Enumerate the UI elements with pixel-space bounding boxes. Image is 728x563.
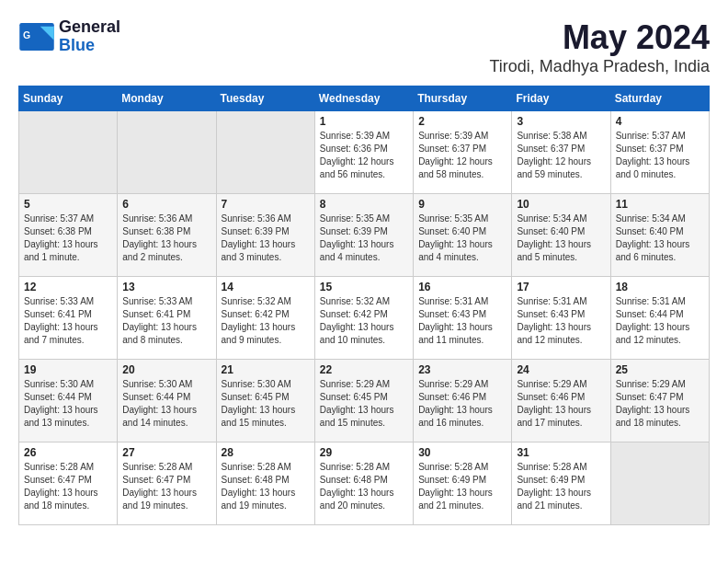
calendar-cell (216, 111, 314, 194)
day-number: 25 (616, 363, 704, 376)
day-number: 30 (418, 446, 506, 459)
calendar-cell: 10Sunrise: 5:34 AMSunset: 6:40 PMDayligh… (512, 194, 610, 277)
header-day-friday: Friday (512, 86, 610, 111)
day-number: 8 (320, 198, 408, 211)
day-info: Sunrise: 5:31 AMSunset: 6:44 PMDaylight:… (616, 295, 704, 347)
week-row-3: 12Sunrise: 5:33 AMSunset: 6:41 PMDayligh… (19, 277, 710, 360)
calendar-cell: 21Sunrise: 5:30 AMSunset: 6:45 PMDayligh… (216, 360, 314, 442)
day-number: 2 (418, 115, 506, 128)
day-number: 1 (320, 115, 408, 128)
calendar-cell (118, 111, 216, 194)
calendar-cell: 5Sunrise: 5:37 AMSunset: 6:38 PMDaylight… (19, 194, 118, 277)
day-number: 19 (24, 363, 112, 376)
day-number: 26 (24, 446, 112, 459)
title-area: May 2024 Tirodi, Madhya Pradesh, India (490, 18, 710, 76)
page-subtitle: Tirodi, Madhya Pradesh, India (490, 57, 710, 76)
calendar-cell: 25Sunrise: 5:29 AMSunset: 6:47 PMDayligh… (610, 360, 709, 442)
calendar-cell: 6Sunrise: 5:36 AMSunset: 6:38 PMDaylight… (118, 194, 216, 277)
calendar-cell: 2Sunrise: 5:39 AMSunset: 6:37 PMDaylight… (414, 111, 512, 194)
day-info: Sunrise: 5:34 AMSunset: 6:40 PMDaylight:… (616, 213, 704, 264)
day-info: Sunrise: 5:35 AMSunset: 6:39 PMDaylight:… (320, 213, 408, 264)
day-info: Sunrise: 5:37 AMSunset: 6:37 PMDaylight:… (616, 130, 704, 181)
day-number: 31 (517, 446, 605, 459)
day-info: Sunrise: 5:28 AMSunset: 6:48 PMDaylight:… (222, 461, 310, 512)
day-info: Sunrise: 5:29 AMSunset: 6:47 PMDaylight:… (616, 378, 704, 430)
calendar-cell: 30Sunrise: 5:28 AMSunset: 6:49 PMDayligh… (414, 442, 512, 525)
day-info: Sunrise: 5:34 AMSunset: 6:40 PMDaylight:… (517, 213, 605, 264)
day-number: 3 (517, 115, 605, 128)
calendar-cell: 13Sunrise: 5:33 AMSunset: 6:41 PMDayligh… (118, 277, 216, 360)
calendar-cell: 8Sunrise: 5:35 AMSunset: 6:39 PMDaylight… (314, 194, 413, 277)
day-number: 22 (320, 363, 408, 376)
calendar-cell: 12Sunrise: 5:33 AMSunset: 6:41 PMDayligh… (19, 277, 118, 360)
day-info: Sunrise: 5:39 AMSunset: 6:36 PMDaylight:… (320, 130, 408, 181)
day-info: Sunrise: 5:32 AMSunset: 6:42 PMDaylight:… (320, 295, 408, 347)
calendar-cell (610, 442, 709, 525)
day-info: Sunrise: 5:39 AMSunset: 6:37 PMDaylight:… (418, 130, 506, 181)
week-row-2: 5Sunrise: 5:37 AMSunset: 6:38 PMDaylight… (19, 194, 710, 277)
calendar-cell: 14Sunrise: 5:32 AMSunset: 6:42 PMDayligh… (216, 277, 314, 360)
day-info: Sunrise: 5:38 AMSunset: 6:37 PMDaylight:… (517, 130, 605, 181)
header-day-monday: Monday (118, 86, 216, 111)
svg-text:G: G (23, 29, 30, 40)
day-info: Sunrise: 5:32 AMSunset: 6:42 PMDaylight:… (222, 295, 310, 347)
calendar-cell: 17Sunrise: 5:31 AMSunset: 6:43 PMDayligh… (512, 277, 610, 360)
calendar-header-row: SundayMondayTuesdayWednesdayThursdayFrid… (19, 86, 710, 111)
day-number: 18 (616, 281, 704, 293)
header-day-tuesday: Tuesday (216, 86, 314, 111)
day-info: Sunrise: 5:29 AMSunset: 6:46 PMDaylight:… (517, 378, 605, 430)
day-number: 10 (517, 198, 605, 211)
day-info: Sunrise: 5:28 AMSunset: 6:49 PMDaylight:… (418, 461, 506, 512)
day-info: Sunrise: 5:28 AMSunset: 6:47 PMDaylight:… (24, 461, 112, 512)
calendar-cell: 16Sunrise: 5:31 AMSunset: 6:43 PMDayligh… (414, 277, 512, 360)
calendar-cell: 7Sunrise: 5:36 AMSunset: 6:39 PMDaylight… (216, 194, 314, 277)
week-row-4: 19Sunrise: 5:30 AMSunset: 6:44 PMDayligh… (19, 360, 710, 442)
day-info: Sunrise: 5:33 AMSunset: 6:41 PMDaylight:… (122, 295, 210, 347)
page-header: G General Blue May 2024 Tirodi, Madhya P… (18, 18, 710, 76)
calendar-cell: 24Sunrise: 5:29 AMSunset: 6:46 PMDayligh… (512, 360, 610, 442)
day-info: Sunrise: 5:28 AMSunset: 6:47 PMDaylight:… (122, 461, 210, 512)
day-number: 5 (24, 198, 112, 211)
calendar-cell: 27Sunrise: 5:28 AMSunset: 6:47 PMDayligh… (118, 442, 216, 525)
week-row-5: 26Sunrise: 5:28 AMSunset: 6:47 PMDayligh… (19, 442, 710, 525)
logo-text-1: General (59, 18, 120, 37)
logo: G General Blue (18, 18, 120, 55)
calendar-cell: 4Sunrise: 5:37 AMSunset: 6:37 PMDaylight… (610, 111, 709, 194)
day-number: 23 (418, 363, 506, 376)
header-day-saturday: Saturday (610, 86, 709, 111)
calendar-cell: 20Sunrise: 5:30 AMSunset: 6:44 PMDayligh… (118, 360, 216, 442)
page-title: May 2024 (490, 18, 710, 57)
day-number: 20 (122, 363, 210, 376)
day-info: Sunrise: 5:31 AMSunset: 6:43 PMDaylight:… (418, 295, 506, 347)
day-info: Sunrise: 5:30 AMSunset: 6:45 PMDaylight:… (222, 378, 310, 430)
week-row-1: 1Sunrise: 5:39 AMSunset: 6:36 PMDaylight… (19, 111, 710, 194)
logo-icon: G (18, 23, 55, 51)
day-info: Sunrise: 5:28 AMSunset: 6:49 PMDaylight:… (517, 461, 605, 512)
calendar-cell: 28Sunrise: 5:28 AMSunset: 6:48 PMDayligh… (216, 442, 314, 525)
calendar-cell: 3Sunrise: 5:38 AMSunset: 6:37 PMDaylight… (512, 111, 610, 194)
day-number: 9 (418, 198, 506, 211)
calendar-cell: 11Sunrise: 5:34 AMSunset: 6:40 PMDayligh… (610, 194, 709, 277)
day-info: Sunrise: 5:36 AMSunset: 6:38 PMDaylight:… (122, 213, 210, 264)
day-number: 13 (122, 281, 210, 293)
day-number: 28 (222, 446, 310, 459)
day-number: 24 (517, 363, 605, 376)
calendar-cell: 31Sunrise: 5:28 AMSunset: 6:49 PMDayligh… (512, 442, 610, 525)
day-info: Sunrise: 5:36 AMSunset: 6:39 PMDaylight:… (222, 213, 310, 264)
calendar-cell: 26Sunrise: 5:28 AMSunset: 6:47 PMDayligh… (19, 442, 118, 525)
calendar-cell: 9Sunrise: 5:35 AMSunset: 6:40 PMDaylight… (414, 194, 512, 277)
logo-text-2: Blue (59, 37, 120, 55)
day-number: 7 (222, 198, 310, 211)
day-number: 15 (320, 281, 408, 293)
day-number: 21 (222, 363, 310, 376)
day-number: 6 (122, 198, 210, 211)
day-number: 4 (616, 115, 704, 128)
calendar-cell: 18Sunrise: 5:31 AMSunset: 6:44 PMDayligh… (610, 277, 709, 360)
day-number: 14 (222, 281, 310, 293)
day-info: Sunrise: 5:37 AMSunset: 6:38 PMDaylight:… (24, 213, 112, 264)
header-day-wednesday: Wednesday (314, 86, 413, 111)
calendar-cell: 1Sunrise: 5:39 AMSunset: 6:36 PMDaylight… (314, 111, 413, 194)
calendar-cell: 29Sunrise: 5:28 AMSunset: 6:48 PMDayligh… (314, 442, 413, 525)
day-info: Sunrise: 5:29 AMSunset: 6:45 PMDaylight:… (320, 378, 408, 430)
day-info: Sunrise: 5:29 AMSunset: 6:46 PMDaylight:… (418, 378, 506, 430)
